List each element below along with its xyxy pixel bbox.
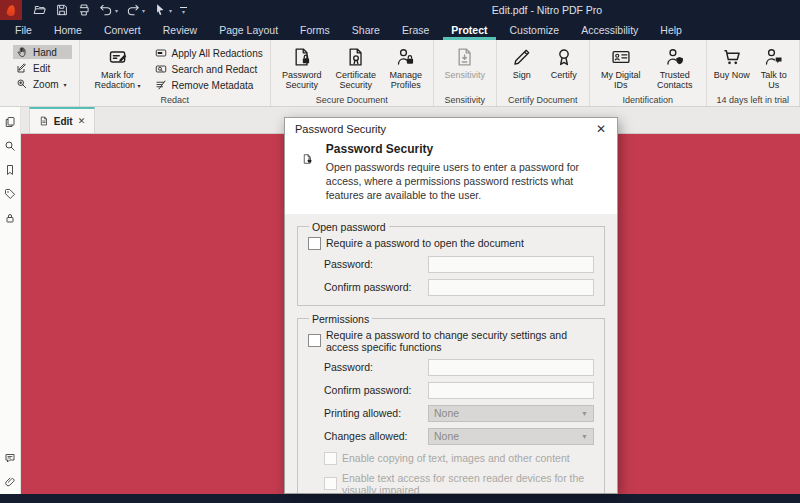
printing-allowed-row: Printing allowed: None▼ — [324, 405, 594, 422]
ribbon-group-secure-document: Password Security Certificate Security M… — [271, 40, 434, 106]
open-confirm-password-label: Confirm password: — [324, 281, 428, 293]
enable-screen-reader-checkbox — [324, 477, 337, 490]
comments-panel-icon[interactable] — [4, 452, 16, 464]
cart-icon — [722, 47, 742, 67]
menu-tab-file[interactable]: File — [4, 20, 43, 40]
select-tool-button[interactable]: ▾ — [150, 1, 175, 19]
edit-tool-button[interactable]: Edit — [13, 61, 72, 75]
attachments-panel-icon[interactable] — [4, 476, 16, 488]
manage-profiles-button[interactable]: Manage Profiles — [386, 43, 426, 91]
open-confirm-password-input[interactable] — [428, 279, 594, 296]
trusted-contacts-button[interactable]: Trusted Contacts — [651, 43, 699, 91]
bookmarks-panel-icon[interactable] — [4, 164, 16, 176]
talk-to-us-icon — [764, 47, 784, 67]
menu-tab-convert[interactable]: Convert — [93, 20, 152, 40]
search-redact-icon — [155, 63, 167, 75]
permissions-confirm-password-row: Confirm password: — [324, 382, 594, 399]
search-and-redact-label: Search and Redact — [172, 64, 258, 75]
permissions-confirm-password-label: Confirm password: — [324, 384, 428, 396]
customize-toolbar-icon: ▾ — [180, 7, 187, 14]
require-open-password-checkbox[interactable] — [308, 237, 321, 250]
certificate-security-button[interactable]: Certificate Security — [332, 43, 380, 91]
trusted-contacts-label: Trusted Contacts — [651, 70, 699, 91]
certify-button[interactable]: Certify — [546, 43, 582, 80]
cursor-icon — [153, 3, 167, 17]
open-password-label: Password: — [324, 258, 428, 270]
remove-metadata-icon — [155, 79, 167, 91]
document-tab-edit[interactable]: Edit ✕ — [29, 107, 95, 133]
zoom-tool-button[interactable]: Zoom▾ — [13, 77, 72, 91]
talk-to-us-label: Talk to Us — [756, 70, 792, 91]
open-password-legend: Open password — [309, 221, 389, 233]
ribbon-group-trial: Buy Now Talk to Us 14 days left in trial — [707, 40, 800, 106]
menu-bar: File Home Convert Review Page Layout For… — [0, 20, 800, 40]
password-security-button[interactable]: Password Security — [278, 43, 326, 91]
menu-tab-page-layout[interactable]: Page Layout — [208, 20, 289, 40]
security-panel-icon[interactable] — [4, 212, 16, 224]
left-sidebar — [0, 107, 21, 494]
permissions-password-input[interactable] — [428, 359, 594, 376]
open-password-input[interactable] — [428, 256, 594, 273]
apply-all-redactions-button[interactable]: Apply All Redactions — [155, 47, 263, 59]
edit-icon — [16, 62, 28, 74]
trusted-contacts-icon — [665, 47, 685, 67]
remove-metadata-button[interactable]: Remove Metadata — [155, 79, 263, 91]
changes-allowed-select: None▼ — [428, 428, 594, 445]
search-panel-icon[interactable] — [4, 140, 16, 152]
zoom-dropdown-caret[interactable]: ▾ — [64, 81, 67, 88]
menu-tab-review[interactable]: Review — [152, 20, 208, 40]
sign-label: Sign — [513, 70, 531, 80]
buy-now-button[interactable]: Buy Now — [714, 43, 750, 80]
customize-quick-access-button[interactable]: ▾ — [177, 5, 190, 16]
ribbon-group-redact: Mark for Redaction ▾ Apply All Redaction… — [80, 40, 271, 106]
changes-allowed-value: None — [434, 430, 459, 442]
my-digital-ids-button[interactable]: My Digital IDs — [597, 43, 645, 91]
redo-dropdown-caret[interactable]: ▾ — [142, 7, 145, 14]
ribbon-group-sensitivity: Sensitivity Sensitivity — [434, 40, 497, 106]
mark-redaction-caret[interactable]: ▾ — [138, 83, 141, 89]
menu-tab-share[interactable]: Share — [341, 20, 391, 40]
search-and-redact-button[interactable]: Search and Redact — [155, 63, 263, 75]
menu-tab-protect[interactable]: Protect — [440, 20, 498, 40]
sensitivity-icon — [455, 47, 475, 67]
document-tab-label: Edit — [54, 116, 73, 127]
permissions-confirm-password-input[interactable] — [428, 382, 594, 399]
menu-tab-help[interactable]: Help — [649, 20, 693, 40]
remove-metadata-label: Remove Metadata — [172, 80, 254, 91]
dialog-title-bar[interactable]: Password Security ✕ — [285, 118, 617, 140]
menu-tab-home[interactable]: Home — [43, 20, 93, 40]
menu-tab-customize[interactable]: Customize — [499, 20, 571, 40]
open-confirm-password-row: Confirm password: — [324, 279, 594, 296]
talk-to-us-button[interactable]: Talk to Us — [756, 43, 792, 91]
require-permissions-password-checkbox[interactable] — [308, 334, 321, 347]
undo-button[interactable]: ▾ — [96, 1, 121, 19]
changes-chevron-down-icon: ▼ — [581, 433, 588, 440]
undo-dropdown-caret[interactable]: ▾ — [115, 7, 118, 14]
permissions-password-row: Password: — [324, 359, 594, 376]
save-button[interactable] — [52, 1, 72, 19]
print-button[interactable] — [74, 1, 94, 19]
menu-tab-forms[interactable]: Forms — [289, 20, 341, 40]
dialog-description: Open passwords require users to enter a … — [326, 161, 601, 203]
redo-button[interactable]: ▾ — [123, 1, 148, 19]
document-tab-close-icon[interactable]: ✕ — [78, 116, 86, 126]
select-dropdown-caret[interactable]: ▾ — [169, 7, 172, 14]
sign-button[interactable]: Sign — [504, 43, 540, 80]
pages-panel-icon[interactable] — [4, 116, 16, 128]
hand-icon — [16, 46, 28, 58]
undo-icon — [99, 3, 113, 17]
enable-screen-reader-label: Enable text access for screen reader dev… — [342, 472, 594, 494]
menu-tab-erase[interactable]: Erase — [391, 20, 440, 40]
mark-for-redaction-button[interactable]: Mark for Redaction ▾ — [87, 43, 149, 91]
open-file-button[interactable] — [30, 1, 50, 19]
hand-tool-button[interactable]: Hand — [13, 45, 72, 59]
permissions-group: Permissions Require a password to change… — [297, 313, 605, 494]
certify-icon — [554, 47, 574, 67]
certificate-security-icon — [346, 47, 366, 67]
open-password-row: Password: — [324, 256, 594, 273]
permissions-password-label: Password: — [324, 361, 428, 373]
tags-panel-icon[interactable] — [4, 188, 16, 200]
dialog-close-icon[interactable]: ✕ — [593, 122, 609, 136]
menu-tab-accessibility[interactable]: Accessibility — [570, 20, 649, 40]
title-bar: ▾ ▾ ▾ ▾ Edit.pdf - Nitro PDF Pro — [0, 0, 800, 20]
